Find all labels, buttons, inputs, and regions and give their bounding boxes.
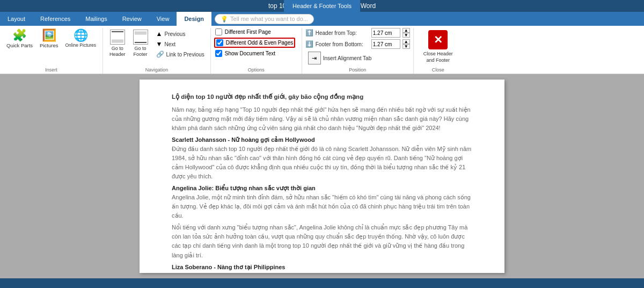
show-document-text-checkbox[interactable] <box>215 50 222 57</box>
tab-layout[interactable]: Layout <box>0 12 33 26</box>
next-icon: ▼ <box>156 40 163 48</box>
doc-para3: Angelina Jolie, một nữ minh tinh đỉnh đá… <box>172 193 472 220</box>
insert-group-label: Insert <box>0 67 103 73</box>
close-header-footer-label: Close Headerand Footer <box>423 51 453 63</box>
title-bar: Header & Footer Tools top 10 người đẹp n… <box>0 0 644 12</box>
navigation-group-label: Navigation <box>103 67 210 73</box>
previous-label: Previous <box>165 31 186 37</box>
different-odd-even-option[interactable]: Different Odd & Even Pages <box>214 38 295 48</box>
show-document-text-option[interactable]: Show Document Text <box>214 49 276 57</box>
tab-view[interactable]: View <box>149 12 177 26</box>
close-x-icon: ✕ <box>428 30 448 49</box>
tab-mailings[interactable]: Mailings <box>78 12 114 26</box>
link-to-previous-label: Link to Previous <box>166 52 204 57</box>
online-pictures-icon: 🌐 <box>74 30 88 41</box>
footer-bottom-spinner[interactable]: ▲ ▼ <box>402 39 410 49</box>
header-from-top-input[interactable] <box>371 28 400 38</box>
ribbon-group-close: ✕ Close Headerand Footer Close <box>414 28 463 74</box>
go-to-header-button[interactable]: Go toHeader <box>106 28 129 59</box>
position-group-label: Position <box>302 67 413 73</box>
options-group-content: Different First Page Different Odd & Eve… <box>214 28 295 71</box>
footer-bottom-up[interactable]: ▲ <box>402 39 410 44</box>
footer-from-bottom-row: ⬇️ Footer from Bottom: ▲ ▼ <box>305 39 410 49</box>
tell-me-bar[interactable]: 💡 Tell me what you want to do... <box>215 14 314 24</box>
status-bar <box>0 278 644 288</box>
document-area: Lộ diện top 10 người đẹp nhất thế giới, … <box>0 74 644 278</box>
different-odd-even-checkbox[interactable] <box>216 39 223 46</box>
previous-icon: ▲ <box>156 30 163 38</box>
pictures-icon: 🖼️ <box>42 30 56 41</box>
doc-para2: Đứng đầu danh sách top 10 người đẹp nhất… <box>172 145 472 181</box>
go-to-footer-button[interactable]: Go toFooter <box>130 28 151 59</box>
different-odd-even-label: Different Odd & Even Pages <box>226 40 293 46</box>
footer-bottom-down[interactable]: ▼ <box>402 44 410 49</box>
nav-column: ▲ Previous ▼ Next 🔗 Link to Previous <box>153 28 207 67</box>
online-pictures-label: Online Pictures <box>65 42 96 48</box>
doc-para1: Năm nay, bảng xếp hạng "Top 10 người đẹp… <box>172 105 472 133</box>
different-first-page-label: Different First Page <box>225 29 271 35</box>
insert-alignment-tab-label: Insert Alignment Tab <box>323 55 371 61</box>
close-header-footer-button[interactable]: ✕ Close Headerand Footer <box>417 28 459 71</box>
doc-heading3: Liza Soberano - Nàng thơ tại Philippines <box>172 263 472 272</box>
alignment-tab-icon: ⇥ <box>308 52 321 64</box>
header-top-down[interactable]: ▼ <box>402 33 410 38</box>
tools-label: Header & Footer Tools <box>292 3 352 9</box>
lightbulb-icon: 💡 <box>221 16 228 23</box>
doc-para4: Nổi tiếng với danh xưng "biểu tượng nhan… <box>172 223 472 260</box>
different-first-page-checkbox[interactable] <box>215 28 222 35</box>
footer-from-bottom-input[interactable] <box>371 39 400 49</box>
header-from-top-label: Header from Top: <box>316 30 369 36</box>
doc-heading1: Scarlett Johansson - Nữ hoàng gợi cảm Ho… <box>172 135 472 145</box>
online-pictures-button[interactable]: 🌐 Online Pictures <box>62 28 99 49</box>
tab-references[interactable]: References <box>33 12 78 26</box>
link-icon: 🔗 <box>156 51 164 58</box>
pictures-label: Pictures <box>40 42 58 48</box>
ribbon: 🧩 Quick Parts 🖼️ Pictures 🌐 Online Pictu… <box>0 26 644 74</box>
pictures-button[interactable]: 🖼️ Pictures <box>36 28 61 50</box>
header-top-spinner[interactable]: ▲ ▼ <box>402 28 410 38</box>
tab-design[interactable]: Design <box>177 12 211 26</box>
close-group-label: Close <box>414 67 463 73</box>
go-to-footer-label: Go toFooter <box>134 46 148 57</box>
go-to-footer-icon <box>133 30 148 45</box>
options-group-label: Options <box>211 67 302 73</box>
header-top-icon: ⬆️ <box>305 29 313 37</box>
go-to-header-label: Go toHeader <box>109 46 126 57</box>
footer-from-bottom-label: Footer from Bottom: <box>316 41 369 47</box>
previous-button[interactable]: ▲ Previous <box>153 29 207 39</box>
header-top-up[interactable]: ▲ <box>402 28 410 33</box>
insert-group-content: 🧩 Quick Parts 🖼️ Pictures 🌐 Online Pictu… <box>3 28 99 71</box>
ribbon-group-insert: 🧩 Quick Parts 🖼️ Pictures 🌐 Online Pictu… <box>0 28 103 74</box>
doc-heading2: Angelina Jolie: Biểu tượng nhan sắc vượt… <box>172 184 472 193</box>
footer-bottom-icon: ⬇️ <box>305 40 313 48</box>
ribbon-group-position: ⬆️ Header from Top: ▲ ▼ ⬇️ Footer from B… <box>302 28 414 74</box>
next-button[interactable]: ▼ Next <box>153 39 207 49</box>
go-to-header-icon <box>110 30 125 45</box>
position-group-content: ⬆️ Header from Top: ▲ ▼ ⬇️ Footer from B… <box>305 28 410 73</box>
ribbon-group-options: Different First Page Different Odd & Eve… <box>211 28 302 74</box>
header-from-top-row: ⬆️ Header from Top: ▲ ▼ <box>305 28 410 38</box>
tab-review[interactable]: Review <box>115 12 149 26</box>
tell-me-text: Tell me what you want to do... <box>230 16 308 22</box>
ribbon-group-navigation: Go toHeader Go toFooter <box>103 28 211 74</box>
header-footer-tools-label: Header & Footer Tools <box>284 0 360 12</box>
quick-parts-label: Quick Parts <box>6 42 33 48</box>
quick-parts-icon: 🧩 <box>12 30 27 41</box>
ribbon-tabs: Layout References Mailings Review View D… <box>0 12 644 26</box>
document-page: Lộ diện top 10 người đẹp nhất thế giới, … <box>140 80 504 273</box>
doc-title: Lộ diện top 10 người đẹp nhất thế giới, … <box>172 92 472 102</box>
link-to-previous-button[interactable]: 🔗 Link to Previous <box>153 49 207 59</box>
quick-parts-button[interactable]: 🧩 Quick Parts <box>3 28 36 50</box>
insert-alignment-tab-button[interactable]: ⇥ Insert Alignment Tab <box>305 51 374 66</box>
show-document-text-label: Show Document Text <box>225 51 275 56</box>
next-label: Next <box>165 41 176 47</box>
different-first-page-option[interactable]: Different First Page <box>214 28 272 36</box>
